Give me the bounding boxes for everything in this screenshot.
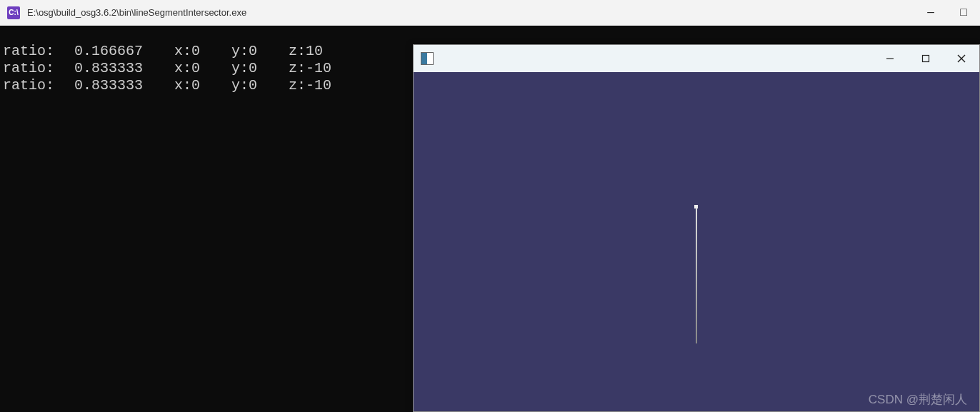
console-maximize-button[interactable]: □ <box>947 0 980 25</box>
output-ratio-value: 0.833333 <box>74 60 174 77</box>
viewer-minimize-button[interactable] <box>872 45 908 72</box>
output-z: z:-10 <box>289 60 331 77</box>
output-ratio-value: 0.833333 <box>74 77 174 94</box>
console-minimize-button[interactable]: — <box>914 0 947 25</box>
console-titlebar[interactable]: C:\ E:\osg\build_osg3.6.2\bin\lineSegmen… <box>0 0 980 26</box>
console-app-icon: C:\ <box>7 6 20 19</box>
viewer-window <box>413 44 980 412</box>
output-ratio-label: ratio: <box>3 43 74 60</box>
line-segment <box>696 208 697 343</box>
output-x: x:0 <box>174 60 231 77</box>
output-x: x:0 <box>174 77 231 94</box>
console-window-controls: — □ <box>914 0 980 25</box>
watermark: CSDN @荆楚闲人 <box>869 391 967 408</box>
output-ratio-value: 0.166667 <box>74 43 174 60</box>
minimize-icon <box>885 54 895 64</box>
viewer-titlebar[interactable] <box>414 45 979 72</box>
output-ratio-label: ratio: <box>3 60 74 77</box>
output-y: y:0 <box>231 77 289 94</box>
output-y: y:0 <box>231 60 289 77</box>
close-icon <box>956 54 966 64</box>
viewer-app-icon <box>421 52 434 65</box>
console-title: E:\osg\build_osg3.6.2\bin\lineSegmentInt… <box>27 7 914 18</box>
viewer-window-controls <box>872 45 979 72</box>
output-x: x:0 <box>174 43 231 60</box>
viewer-close-button[interactable] <box>944 45 979 72</box>
output-z: z:10 <box>289 43 323 60</box>
output-y: y:0 <box>231 43 289 60</box>
viewer-viewport[interactable] <box>414 72 979 411</box>
maximize-icon <box>921 54 931 64</box>
output-z: z:-10 <box>289 77 331 94</box>
svg-rect-1 <box>923 56 929 62</box>
viewer-maximize-button[interactable] <box>908 45 944 72</box>
output-ratio-label: ratio: <box>3 77 74 94</box>
